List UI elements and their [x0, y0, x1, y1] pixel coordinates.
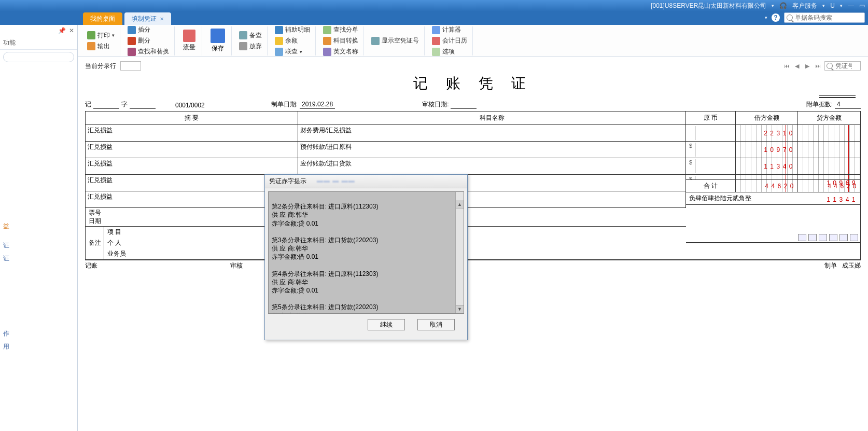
mini-icon-6[interactable]	[850, 234, 858, 241]
aux-detail-button[interactable]: 辅助明细	[273, 25, 312, 35]
scroll-up-icon[interactable]: ▲	[456, 200, 464, 208]
mini-icon-4[interactable]	[829, 234, 837, 241]
voucher-row[interactable]: 汇兑损益财务费用/汇兑损益22310	[86, 125, 860, 142]
cell-credit[interactable]	[798, 158, 860, 174]
english-name-button[interactable]: 英文名称	[321, 47, 360, 57]
current-entry-input[interactable]	[120, 61, 141, 71]
dialog-message: 第2条分录往来科目: 进口原料(112303) 供 应 商:韩华 赤字金额:贷 …	[268, 191, 464, 314]
service-label[interactable]: 客户服务	[792, 2, 817, 10]
hdr-credit: 贷方金额	[798, 112, 860, 124]
cell-debit[interactable]: 11340	[736, 158, 798, 174]
cell-summary[interactable]: 汇兑损益	[86, 142, 298, 158]
chevron-down-icon[interactable]: ▾	[112, 33, 115, 38]
u-label[interactable]: U	[830, 2, 835, 9]
scroll-down-icon[interactable]: ▼	[456, 305, 464, 313]
pin-icon[interactable]: 📌	[58, 27, 66, 34]
cell-subject[interactable]: 财务费用/汇兑损益	[298, 125, 686, 141]
help-icon[interactable]: ?	[772, 13, 780, 22]
voucher-row[interactable]: 汇兑损益应付账款/进口货款$11340	[86, 158, 860, 175]
audit-icon	[239, 31, 247, 39]
mini-icon-1[interactable]	[798, 234, 806, 241]
u-dropdown-icon[interactable]: ▾	[840, 3, 843, 8]
cell-credit[interactable]	[798, 125, 860, 141]
search-icon	[827, 63, 833, 69]
left-cert2[interactable]: 证	[0, 252, 77, 265]
zi-field[interactable]	[130, 101, 156, 109]
auditdate-value[interactable]	[451, 101, 477, 109]
cancel-button[interactable]: 取消	[417, 319, 455, 330]
cell-subject[interactable]: 预付账款/进口原料	[298, 142, 686, 158]
company-dropdown-icon[interactable]: ▾	[772, 3, 774, 8]
cell-currency[interactable]	[686, 125, 736, 141]
flow-button[interactable]: 流量	[180, 29, 199, 53]
option-icon	[432, 48, 440, 56]
left-use[interactable]: 用	[0, 340, 77, 353]
calendar-button[interactable]: 会计日历	[430, 36, 469, 46]
barcode-search[interactable]	[784, 12, 865, 23]
chevron-down-icon[interactable]: ▾	[300, 49, 302, 54]
print-button[interactable]: 打印▾	[85, 31, 117, 40]
makedate-value[interactable]: 2019.02.28	[300, 101, 335, 109]
sign-audit: 审核	[230, 261, 243, 270]
find-replace-button[interactable]: 查找和替换	[125, 47, 171, 57]
delete-split-button[interactable]: 删分	[125, 36, 171, 46]
option-button[interactable]: 选项	[430, 47, 469, 57]
output-button[interactable]: 输出	[85, 41, 117, 51]
cell-summary[interactable]: 汇兑损益	[86, 125, 298, 141]
hdr-summary: 摘 要	[86, 112, 298, 124]
tab-desktop[interactable]: 我的桌面	[83, 12, 122, 25]
service-dropdown-icon[interactable]: ▾	[822, 3, 825, 8]
minimize-icon[interactable]: —	[848, 2, 854, 9]
nav-last-icon[interactable]: ⏭	[814, 62, 821, 69]
left-benefit[interactable]: 益	[0, 220, 77, 233]
joint-query-button[interactable]: 联查▾	[273, 47, 312, 57]
dialog-scrollbar[interactable]: ▲ ▼	[455, 192, 464, 313]
insert-split-button[interactable]: 插分	[125, 25, 171, 35]
dialog-titlebar[interactable]: 凭证赤字提示 ▬▬ ▬ ▬▬	[265, 175, 467, 188]
dialog-message-text: 第2条分录往来科目: 进口原料(112303) 供 应 商:韩华 赤字金额:贷 …	[272, 203, 378, 314]
cell-summary[interactable]: 汇兑损益	[86, 158, 298, 174]
cell-debit[interactable]: 10970	[736, 142, 798, 158]
abandon-button[interactable]: 放弃	[237, 41, 264, 51]
calculator-button[interactable]: 计算器	[430, 25, 469, 35]
continue-button[interactable]: 继续	[368, 319, 405, 330]
maximize-icon[interactable]: ▭	[859, 2, 865, 9]
mini-icon-5[interactable]	[839, 234, 848, 241]
left-oper[interactable]: 作	[0, 327, 77, 340]
tab-dropdown-icon[interactable]: ▾	[765, 15, 767, 20]
search-icon	[787, 15, 793, 21]
nav-first-icon[interactable]: ⏮	[783, 62, 790, 69]
tab-desktop-label: 我的桌面	[90, 15, 115, 23]
voucher-header: 摘 要 科目名称 原 币 借方金额 贷方金额	[86, 112, 860, 125]
left-cert1[interactable]: 证	[0, 239, 77, 252]
cell-debit[interactable]: 22310	[736, 125, 798, 141]
mini-icon-2[interactable]	[808, 234, 817, 241]
function-search[interactable]	[3, 52, 74, 62]
query-split-button[interactable]: 查找分单	[321, 25, 360, 35]
mini-icon-3[interactable]	[819, 234, 827, 241]
voucher-row[interactable]: 汇兑损益预付账款/进口原料$10970	[86, 142, 860, 158]
save-button[interactable]: 保存	[207, 27, 228, 54]
close-icon[interactable]: ✕	[160, 16, 164, 22]
ji-field[interactable]	[93, 101, 119, 109]
barcode-search-input[interactable]	[795, 14, 862, 21]
nav-next-icon[interactable]: ▶	[804, 62, 811, 69]
nav-prev-icon[interactable]: ◀	[793, 62, 801, 69]
mini-toolbar	[686, 233, 860, 243]
collapse-icon[interactable]: ✕	[69, 27, 74, 34]
tab-voucher[interactable]: 填制凭证 ✕	[124, 12, 171, 25]
show-empty-button[interactable]: 显示空凭证号	[369, 36, 421, 46]
audit-button[interactable]: 备查	[237, 31, 264, 40]
cell-subject[interactable]: 应付账款/进口货款	[298, 158, 686, 174]
qsplit-icon	[323, 26, 331, 34]
voucher-meta: 记字 0001/0002 制单日期:2019.02.28 审核日期: 附单据数:…	[85, 100, 861, 109]
joint-icon	[275, 48, 283, 56]
total-credit: 44620	[828, 183, 859, 190]
attach-value[interactable]: 4	[835, 101, 861, 109]
cell-currency[interactable]: $	[686, 158, 736, 174]
cell-currency[interactable]: $	[686, 142, 736, 158]
subject-switch-button[interactable]: 科目转换	[321, 36, 360, 46]
cell-credit[interactable]	[798, 142, 860, 158]
balance-button[interactable]: 余额	[273, 36, 312, 46]
ji-label: 记	[85, 100, 91, 109]
